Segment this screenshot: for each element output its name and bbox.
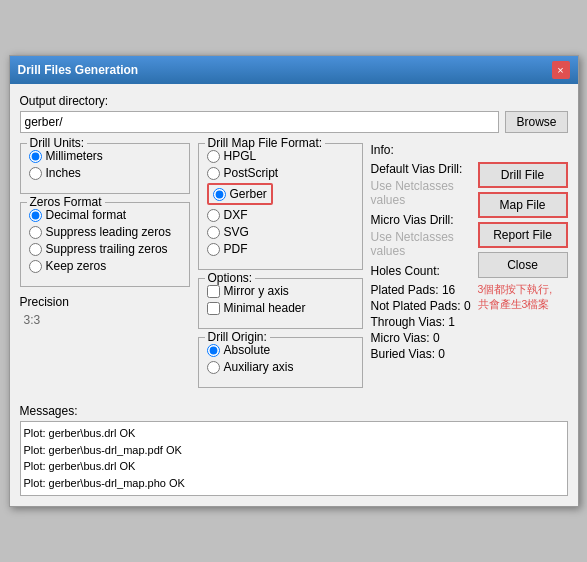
close-action-button[interactable]: Close [478, 252, 568, 278]
hpgl-label: HPGL [224, 149, 257, 163]
suppress-leading-radio[interactable] [29, 226, 42, 239]
drill-map-group: Drill Map File Format: HPGL PostScript [198, 143, 363, 270]
auxiliary-axis-radio[interactable] [207, 361, 220, 374]
drill-map-label: Drill Map File Format: [205, 136, 326, 150]
keep-zeros-option[interactable]: Keep zeros [29, 259, 181, 273]
millimeters-option[interactable]: Millimeters [29, 149, 181, 163]
hpgl-radio[interactable] [207, 150, 220, 163]
drill-files-generation-window: Drill Files Generation × Output director… [9, 55, 579, 507]
zeros-format-options: Decimal format Suppress leading zeros Su… [29, 208, 181, 273]
millimeters-label: Millimeters [46, 149, 103, 163]
auxiliary-axis-option[interactable]: Auxiliary axis [207, 360, 354, 374]
suppress-trailing-label: Suppress trailing zeros [46, 242, 168, 256]
pdf-radio[interactable] [207, 243, 220, 256]
postscript-option[interactable]: PostScript [207, 166, 354, 180]
zeros-format-group: Zeros Format Decimal format Suppress lea… [20, 202, 190, 287]
micro-vias-drill-label: Micro Vias Drill: [371, 213, 454, 227]
precision-section: Precision 3:3 [20, 295, 190, 329]
keep-zeros-label: Keep zeros [46, 259, 107, 273]
dxf-radio[interactable] [207, 209, 220, 222]
suppress-leading-option[interactable]: Suppress leading zeros [29, 225, 181, 239]
svg-option[interactable]: SVG [207, 225, 354, 239]
gerber-radio[interactable] [213, 188, 226, 201]
output-dir-row: Browse [20, 111, 568, 133]
inches-option[interactable]: Inches [29, 166, 181, 180]
messages-box[interactable]: Plot: gerber\bus.drl OKPlot: gerber\bus-… [20, 421, 568, 496]
absolute-option[interactable]: Absolute [207, 343, 354, 357]
postscript-radio[interactable] [207, 167, 220, 180]
annotation-note: 3個都按下執行, 共會產生3檔案 [478, 282, 568, 311]
holes-info: Plated Pads: 16 Not Plated Pads: 0 Throu… [371, 283, 474, 361]
zeros-format-label: Zeros Format [27, 195, 105, 209]
default-vias-row: Default Vias Drill: [371, 162, 474, 176]
millimeters-radio[interactable] [29, 150, 42, 163]
window-title: Drill Files Generation [18, 63, 139, 77]
mirror-y-option[interactable]: Mirror y axis [207, 284, 354, 298]
message-line: Plot: gerber\bus-drl_map.pho OK [24, 475, 564, 492]
svg-label: SVG [224, 225, 249, 239]
buried-vias: Buried Vias: 0 [371, 347, 474, 361]
gerber-option[interactable]: Gerber [207, 183, 354, 205]
middle-column: Drill Map File Format: HPGL PostScript [198, 143, 363, 396]
suppress-leading-label: Suppress leading zeros [46, 225, 171, 239]
keep-zeros-radio[interactable] [29, 260, 42, 273]
hpgl-option[interactable]: HPGL [207, 149, 354, 163]
not-plated-pads: Not Plated Pads: 0 [371, 299, 474, 313]
minimal-header-checkbox[interactable] [207, 302, 220, 315]
options-checkboxes: Mirror y axis Minimal header [207, 284, 354, 315]
report-file-button[interactable]: Report File [478, 222, 568, 248]
output-dir-input[interactable] [20, 111, 500, 133]
options-group: Options: Mirror y axis Minimal header [198, 278, 363, 329]
holes-count-label: Holes Count: [371, 264, 440, 278]
right-inner: Default Vias Drill: Use Netclasses value… [371, 162, 568, 363]
plated-pads: Plated Pads: 16 [371, 283, 474, 297]
micro-vias-drill-row: Micro Vias Drill: [371, 213, 474, 227]
precision-label: Precision [20, 295, 190, 309]
mirror-y-checkbox[interactable] [207, 285, 220, 298]
title-bar: Drill Files Generation × [10, 56, 578, 84]
message-line: Plot: gerber\bus.drl OK [24, 458, 564, 475]
default-vias-label: Default Vias Drill: [371, 162, 463, 176]
use-netclasses-2: Use Netclasses values [371, 230, 474, 258]
drill-file-button[interactable]: Drill File [478, 162, 568, 188]
decimal-format-option[interactable]: Decimal format [29, 208, 181, 222]
main-grid: Drill Units: Millimeters Inches [20, 143, 568, 396]
map-file-button[interactable]: Map File [478, 192, 568, 218]
options-label: Options: [205, 271, 256, 285]
suppress-trailing-option[interactable]: Suppress trailing zeros [29, 242, 181, 256]
through-vias: Through Vias: 1 [371, 315, 474, 329]
decimal-format-radio[interactable] [29, 209, 42, 222]
absolute-radio[interactable] [207, 344, 220, 357]
use-netclasses-2-row: Use Netclasses values [371, 230, 474, 258]
pdf-label: PDF [224, 242, 248, 256]
left-column: Drill Units: Millimeters Inches [20, 143, 190, 396]
svg-radio[interactable] [207, 226, 220, 239]
dxf-option[interactable]: DXF [207, 208, 354, 222]
inches-label: Inches [46, 166, 81, 180]
message-line: Plot: gerber\bus.drl OK [24, 425, 564, 442]
suppress-trailing-radio[interactable] [29, 243, 42, 256]
messages-label: Messages: [20, 404, 568, 418]
drill-units-options: Millimeters Inches [29, 149, 181, 180]
precision-value: 3:3 [20, 311, 190, 329]
auxiliary-axis-label: Auxiliary axis [224, 360, 294, 374]
gerber-label: Gerber [230, 187, 267, 201]
drill-map-options: HPGL PostScript Gerber [207, 149, 354, 256]
browse-button[interactable]: Browse [505, 111, 567, 133]
annotation-line2: 共會產生3檔案 [478, 298, 550, 310]
buttons-area: Drill File Map File Report File Close 3個… [478, 162, 568, 363]
inches-radio[interactable] [29, 167, 42, 180]
minimal-header-label: Minimal header [224, 301, 306, 315]
pdf-option[interactable]: PDF [207, 242, 354, 256]
window-close-button[interactable]: × [552, 61, 570, 79]
messages-section: Messages: Plot: gerber\bus.drl OKPlot: g… [20, 404, 568, 496]
drill-units-group: Drill Units: Millimeters Inches [20, 143, 190, 194]
annotation-line1: 3個都按下執行, [478, 283, 553, 295]
output-dir-label: Output directory: [20, 94, 568, 108]
drill-units-label: Drill Units: [27, 136, 88, 150]
info-data: Default Vias Drill: Use Netclasses value… [371, 162, 474, 363]
absolute-label: Absolute [224, 343, 271, 357]
holes-count-row: Holes Count: [371, 264, 474, 278]
minimal-header-option[interactable]: Minimal header [207, 301, 354, 315]
mirror-y-label: Mirror y axis [224, 284, 289, 298]
